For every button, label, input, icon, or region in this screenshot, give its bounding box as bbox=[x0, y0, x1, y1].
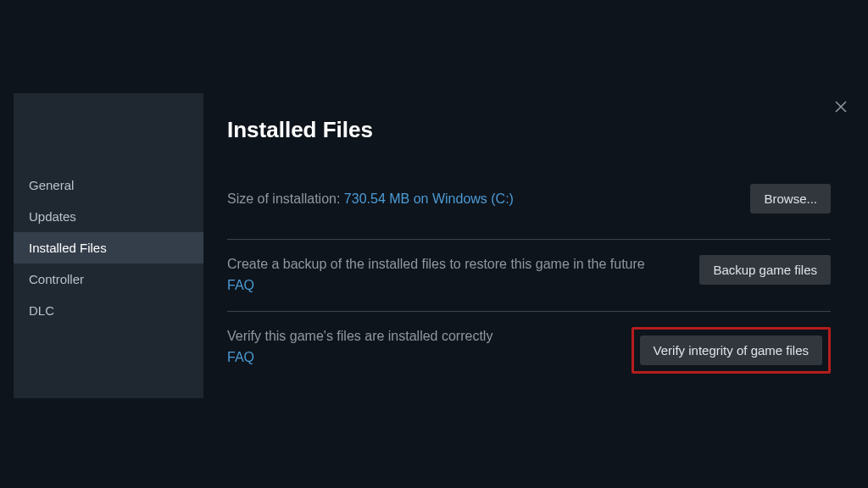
sidebar-item-general[interactable]: General bbox=[14, 169, 203, 201]
highlight-annotation: Verify integrity of game files bbox=[632, 327, 831, 374]
sidebar-item-dlc[interactable]: DLC bbox=[14, 295, 203, 326]
sidebar-item-controller[interactable]: Controller bbox=[14, 263, 203, 295]
verify-integrity-button[interactable]: Verify integrity of game files bbox=[640, 336, 822, 365]
verify-text: Verify this game's files are installed c… bbox=[227, 329, 492, 343]
page-title: Installed Files bbox=[227, 117, 831, 143]
divider bbox=[227, 311, 831, 312]
backup-button[interactable]: Backup game files bbox=[699, 255, 831, 285]
sidebar-item-updates[interactable]: Updates bbox=[14, 201, 203, 232]
properties-dialog: General Updates Installed Files Controll… bbox=[14, 93, 854, 398]
backup-row: Create a backup of the installed files t… bbox=[227, 255, 831, 296]
close-button[interactable] bbox=[831, 98, 851, 119]
size-label: Size of installation: bbox=[227, 191, 344, 206]
main-panel: Installed Files Size of installation: 73… bbox=[203, 93, 854, 398]
backup-text: Create a backup of the installed files t… bbox=[227, 257, 645, 271]
divider bbox=[227, 239, 831, 240]
install-location-link[interactable]: 730.54 MB on Windows (C:) bbox=[344, 191, 514, 206]
size-text: Size of installation: 730.54 MB on Windo… bbox=[227, 191, 514, 207]
sidebar-item-installed-files[interactable]: Installed Files bbox=[14, 232, 203, 263]
verify-description: Verify this game's files are installed c… bbox=[227, 327, 492, 368]
verify-row: Verify this game's files are installed c… bbox=[227, 327, 831, 374]
backup-faq-link[interactable]: FAQ bbox=[227, 276, 645, 295]
verify-faq-link[interactable]: FAQ bbox=[227, 348, 492, 367]
close-icon bbox=[835, 101, 847, 116]
browse-button[interactable]: Browse... bbox=[750, 184, 831, 214]
sidebar: General Updates Installed Files Controll… bbox=[14, 93, 203, 398]
size-row: Size of installation: 730.54 MB on Windo… bbox=[227, 184, 831, 214]
backup-description: Create a backup of the installed files t… bbox=[227, 255, 645, 296]
